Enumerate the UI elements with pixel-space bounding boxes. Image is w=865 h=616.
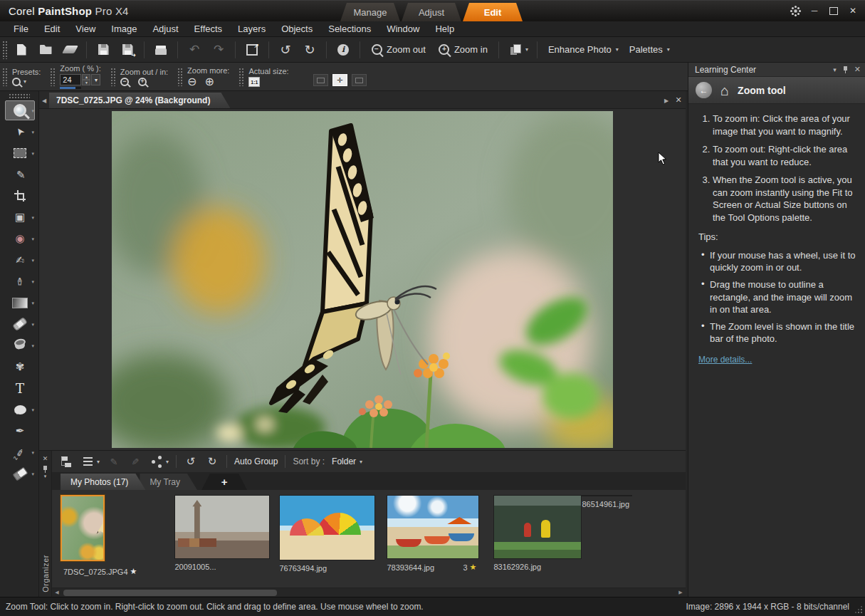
previous-document-arrow[interactable]: ◀ xyxy=(39,98,49,108)
organizer-menu-caret[interactable]: ▾ xyxy=(44,474,47,484)
toolbar-button[interactable]: ▾ xyxy=(86,41,87,58)
workspace-tab[interactable]: Adjust xyxy=(402,3,461,21)
toolbar-button[interactable]: ▾ xyxy=(298,41,321,59)
menu-item[interactable]: Selections xyxy=(320,21,379,37)
toolbar-button[interactable]: ▾ xyxy=(10,41,33,59)
thumbnail-image[interactable] xyxy=(279,495,375,560)
toolbar-grip[interactable] xyxy=(2,41,7,59)
edit-tag-icon[interactable]: ✎ xyxy=(107,455,121,468)
toolbar-button[interactable]: ▾ xyxy=(326,41,327,58)
tool-button[interactable]: ▾ xyxy=(5,143,35,163)
presets-button[interactable]: ▾ xyxy=(12,78,26,86)
workspace-tab[interactable]: Manage xyxy=(340,3,400,21)
thumbnail-item[interactable]: 86514961.jpg xyxy=(582,495,632,508)
toolbar-button[interactable]: ▾ xyxy=(207,41,230,59)
menu-item[interactable]: Layers xyxy=(230,21,273,37)
tool-button[interactable]: ▾ xyxy=(5,442,35,462)
scroll-right-arrow[interactable]: ▶ xyxy=(676,590,686,595)
menu-item[interactable]: Adjust xyxy=(145,21,186,37)
thumbnail-item[interactable]: 83162926.jpg xyxy=(493,495,582,571)
tool-button[interactable]: ▾ xyxy=(5,100,35,120)
section-grip[interactable] xyxy=(177,68,182,86)
zoom-more-out-button[interactable]: ⊖ xyxy=(187,76,196,88)
next-document-arrow[interactable]: ▶ xyxy=(661,98,671,108)
thumbnail-image[interactable] xyxy=(387,495,479,559)
navigate-image-button[interactable] xyxy=(332,74,347,86)
toolbar-button[interactable]: ▾ xyxy=(183,41,206,59)
scroll-left-arrow[interactable]: ◀ xyxy=(52,590,62,595)
tool-button[interactable]: ▾ xyxy=(5,314,35,334)
toolbar-button[interactable]: ▾ xyxy=(144,41,145,58)
thumbnail-image[interactable] xyxy=(174,495,270,559)
thumbnail-image[interactable] xyxy=(493,495,582,559)
toolbar-button[interactable]: Enhance Photo ▾ xyxy=(542,43,622,56)
tab-my-tray[interactable]: My Tray xyxy=(140,474,197,490)
toolbar-button[interactable]: ▾ xyxy=(235,41,236,58)
resize-grip-icon[interactable] xyxy=(855,606,862,613)
folder-tree-icon[interactable] xyxy=(59,455,73,468)
menu-item[interactable]: Effects xyxy=(187,21,231,37)
toolbar-button[interactable]: ▾ xyxy=(274,41,297,59)
tool-button[interactable]: ▾ xyxy=(5,229,35,249)
panel-close-button[interactable]: ✕ xyxy=(854,65,861,74)
zoom-spin-down-button[interactable]: ▼ xyxy=(82,80,90,85)
toolbar-button[interactable]: ▾ xyxy=(58,41,81,59)
toolbar-button[interactable]: Zoom in ▾ xyxy=(433,41,493,59)
toolbar-button[interactable]: ▾ xyxy=(92,41,115,59)
thumbnail-item[interactable]: 7DSC_0725.JPG 4 ★ xyxy=(61,495,140,576)
edit-caption-icon[interactable]: ✎ xyxy=(128,455,142,468)
zoom-out-icon-button[interactable] xyxy=(120,78,129,86)
maximize-button[interactable] xyxy=(827,4,840,17)
toolbar-button[interactable]: ▾ xyxy=(498,41,499,58)
zoom-in-icon-button[interactable] xyxy=(138,78,147,86)
close-document-button[interactable]: ✕ xyxy=(671,95,686,108)
tool-button[interactable]: ▾ xyxy=(5,122,35,142)
back-button[interactable]: ← xyxy=(696,82,712,98)
toolbar-button[interactable]: ▾ xyxy=(332,41,355,59)
section-grip[interactable] xyxy=(110,68,115,86)
close-button[interactable]: ✕ xyxy=(846,4,859,17)
tab-my-photos[interactable]: My Photos (17) xyxy=(61,474,145,490)
menu-item[interactable]: Image xyxy=(103,21,145,37)
toolbar-button[interactable]: ▾ xyxy=(537,41,538,58)
fit-window-to-image-button[interactable] xyxy=(313,74,328,86)
tool-button[interactable]: ▾ xyxy=(5,186,35,206)
panel-pin-button[interactable] xyxy=(842,66,849,74)
toolbar-button[interactable]: ▾ xyxy=(360,41,360,58)
tool-button[interactable]: ▾ xyxy=(5,421,35,441)
menu-item[interactable]: Edit xyxy=(36,21,68,37)
thumbnail-item[interactable]: 20091005... xyxy=(174,495,270,571)
organizer-close-button[interactable]: ✕ xyxy=(43,455,48,465)
sort-by-dropdown[interactable]: Folder ▾ xyxy=(332,456,362,466)
zoom-more-in-button[interactable]: ⊕ xyxy=(204,76,214,88)
section-grip[interactable] xyxy=(238,68,243,86)
zoom-spin-up-button[interactable]: ▲ xyxy=(82,74,90,80)
menu-item[interactable]: File xyxy=(6,21,36,37)
toolbar-button[interactable]: ▾ xyxy=(241,41,263,59)
toolbar-button[interactable]: ▾ xyxy=(268,41,269,58)
rotate-right-button[interactable]: ↻ xyxy=(205,455,219,468)
tool-button[interactable]: ▾ xyxy=(5,335,35,355)
image-canvas[interactable] xyxy=(39,109,686,450)
fit-image-to-window-button[interactable] xyxy=(352,74,367,86)
scrollbar-thumb[interactable] xyxy=(63,590,277,596)
toolbar-button[interactable]: ▾ xyxy=(177,41,178,58)
menu-item[interactable]: Objects xyxy=(273,21,320,37)
tool-button[interactable]: ▾ xyxy=(5,250,35,270)
thumbnail-image[interactable] xyxy=(61,495,105,561)
tool-button[interactable]: ▾ xyxy=(5,207,35,227)
rotate-left-button[interactable]: ↺ xyxy=(184,455,198,468)
menu-item[interactable]: Help xyxy=(427,21,462,37)
toolbar-button[interactable]: ▾ xyxy=(150,41,172,59)
share-button[interactable]: ▾ xyxy=(150,455,169,468)
thumbnail-item[interactable]: 78393644.jpg 3 ★ xyxy=(387,495,479,572)
organizer-pin-button[interactable] xyxy=(42,465,48,474)
thumbnail-image[interactable] xyxy=(582,495,632,496)
add-tray-button[interactable]: + xyxy=(201,474,247,490)
tool-button[interactable]: ▾ xyxy=(5,357,35,377)
view-mode-button[interactable]: ▾ xyxy=(80,455,100,468)
toolbar-button[interactable]: Palettes ▾ xyxy=(624,43,673,56)
tool-options-grip[interactable] xyxy=(2,68,7,86)
tool-button[interactable]: ▾ xyxy=(5,293,35,313)
document-tab[interactable]: 7DSC_0725.JPG @ 24% (Background) xyxy=(49,93,230,108)
